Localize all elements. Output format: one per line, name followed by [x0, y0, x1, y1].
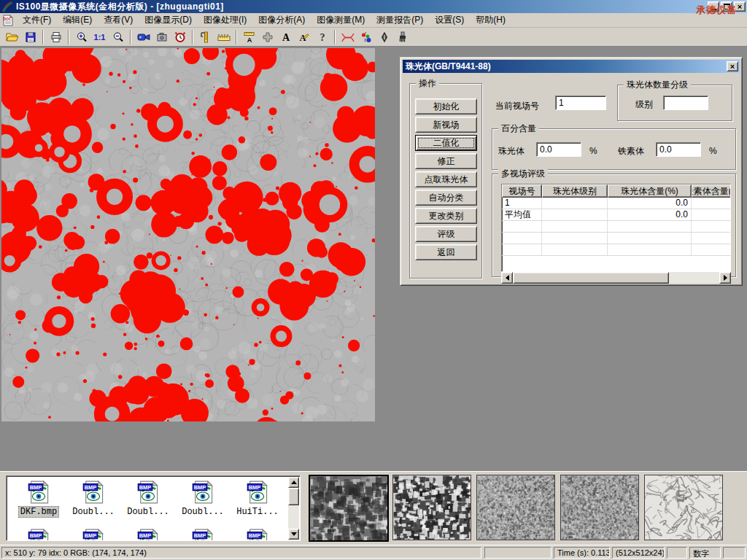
caliper-measure-button[interactable]: [196, 29, 214, 45]
text-edit-button[interactable]: A: [295, 29, 313, 45]
menu-item-3[interactable]: 查看(V): [98, 12, 139, 28]
vscroll-thumb[interactable]: [288, 488, 299, 505]
brush-tool-button[interactable]: [393, 29, 411, 45]
file-item-row2-4[interactable]: BMP: [177, 529, 229, 541]
thumbnail-3[interactable]: [476, 475, 555, 540]
file-item-row2-1[interactable]: BMP: [12, 529, 65, 541]
curve-tool-button[interactable]: [338, 29, 357, 45]
op-button-9[interactable]: 返回: [415, 244, 477, 260]
table-cell: [608, 221, 692, 232]
table-cell: [502, 221, 542, 232]
menu-item-8[interactable]: 测量报告(P): [371, 12, 429, 28]
thumbnail-5[interactable]: [644, 475, 723, 540]
level-input[interactable]: [663, 96, 708, 110]
menu-item-1[interactable]: 文件(F): [17, 12, 57, 28]
hscroll-right-button[interactable]: [719, 272, 731, 284]
op-button-1[interactable]: 初始化: [415, 98, 477, 114]
file-name: Doubl...: [67, 506, 120, 517]
dialog-title: 珠光体(GB/T9441-88): [406, 61, 491, 73]
colored-balls-icon: 3: [360, 31, 372, 43]
table-row-2[interactable]: 平均值0.0: [502, 209, 730, 221]
save-button[interactable]: [21, 29, 39, 45]
zoom-out-button[interactable]: [109, 29, 127, 45]
vscroll-down-button[interactable]: [288, 529, 299, 540]
down-arrow-icon: [291, 532, 297, 539]
svg-text:BMP: BMP: [139, 532, 152, 539]
save-floppy-icon: [25, 31, 36, 43]
menu-item-6[interactable]: 图像分析(A): [252, 12, 311, 28]
file-name-label: DKF.bmp: [18, 506, 59, 518]
table-row-3[interactable]: [502, 221, 730, 233]
minimize-button[interactable]: [708, 1, 719, 12]
column-header-4[interactable]: 铁素体含量(%): [692, 184, 731, 198]
vscroll-up-button[interactable]: [288, 477, 299, 488]
pen-tool-button[interactable]: [375, 29, 393, 45]
camera-capture-button[interactable]: [152, 29, 171, 45]
menu-item-9[interactable]: 设置(S): [429, 12, 470, 28]
open-file-button[interactable]: [3, 29, 21, 45]
op-button-4[interactable]: 修正: [415, 153, 477, 169]
column-header-1[interactable]: 视场号: [502, 184, 542, 198]
file-list[interactable]: BMPDKF.bmpBMPDoubl...BMPDoubl...BMPDoubl…: [6, 475, 301, 541]
text-annotation-button[interactable]: A: [276, 29, 295, 45]
file-item-row2-3[interactable]: BMP: [122, 529, 174, 541]
ruler-measure-button[interactable]: [214, 29, 233, 45]
dialog-close-button[interactable]: ×: [727, 61, 738, 71]
ferrite-percent-input[interactable]: [656, 142, 701, 157]
timer-button[interactable]: [171, 29, 189, 45]
brush-icon: [398, 31, 408, 43]
red-curves-icon: [341, 31, 355, 43]
file-item-3[interactable]: BMPDoubl...: [122, 481, 174, 517]
menu-item-5[interactable]: 图像处理(I): [198, 12, 252, 28]
column-header-2[interactable]: 珠光体级别: [542, 184, 608, 198]
app-logo-icon: [1, 1, 13, 12]
column-header-3[interactable]: 珠光体含量(%): [608, 184, 692, 198]
hscroll-left-button[interactable]: [501, 272, 513, 284]
file-item-2[interactable]: BMPDoubl...: [67, 481, 120, 517]
pearlite-percent-input[interactable]: [536, 142, 581, 157]
file-item-row2-2[interactable]: BMP: [67, 529, 120, 541]
thumbnail-1[interactable]: [309, 475, 389, 542]
op-button-8[interactable]: 评级: [415, 226, 477, 242]
rating-table-hscrollbar[interactable]: [501, 272, 731, 284]
menu-item-2[interactable]: 编辑(E): [57, 12, 98, 28]
video-capture-button[interactable]: [134, 29, 152, 45]
op-button-3[interactable]: 二值化: [415, 135, 477, 151]
file-item-5[interactable]: BMPHuiTi...: [231, 481, 284, 517]
file-item-1[interactable]: BMPDKF.bmp: [12, 481, 65, 518]
op-button-5[interactable]: 点取珠光体: [415, 171, 477, 187]
table-row-1[interactable]: 10.0: [502, 198, 730, 209]
menu-item-4[interactable]: 图像显示(D): [139, 12, 198, 28]
thumbnail-2[interactable]: [392, 475, 471, 540]
print-button[interactable]: [47, 29, 65, 45]
text-measure-button[interactable]: A: [240, 29, 258, 45]
table-cell: [692, 198, 731, 209]
op-button-6[interactable]: 自动分类: [415, 190, 477, 206]
maximize-button[interactable]: [721, 1, 732, 12]
bmp-file-icon: BMP: [192, 481, 214, 504]
document-system-menu-icon[interactable]: DOC: [2, 15, 14, 26]
close-button[interactable]: ×: [734, 1, 746, 12]
current-field-input[interactable]: [555, 96, 606, 110]
phase-color-button[interactable]: 3: [357, 29, 375, 45]
hscroll-thumb[interactable]: [513, 272, 669, 284]
metallographic-image[interactable]: [1, 48, 375, 421]
op-button-2[interactable]: 新视场: [415, 117, 477, 133]
table-row-4[interactable]: [502, 233, 730, 244]
thumbnail-4[interactable]: [560, 475, 639, 540]
rating-table-header: 视场号珠光体级别珠光体含量(%)铁素体含量(%): [502, 184, 730, 198]
op-button-7[interactable]: 更改类别: [415, 208, 477, 224]
zoom-in-button[interactable]: [72, 29, 90, 45]
bmp-file-icon: BMP: [82, 529, 104, 541]
file-item-row2-5[interactable]: BMP: [231, 529, 284, 541]
menu-item-10[interactable]: 帮助(H): [470, 12, 511, 28]
table-row-5[interactable]: [502, 244, 730, 256]
actual-size-button[interactable]: 1:1: [90, 29, 109, 45]
bmp-file-icon: BMP: [137, 529, 159, 541]
menu-item-7[interactable]: 图像测量(M): [311, 12, 371, 28]
help-button[interactable]: ?: [313, 29, 331, 45]
grid-tool-button[interactable]: [258, 29, 276, 45]
file-list-vscrollbar[interactable]: [288, 477, 299, 540]
file-item-4[interactable]: BMPDoubl...: [177, 481, 229, 517]
file-browser-bar: BMPDKF.bmpBMPDoubl...BMPDoubl...BMPDoubl…: [0, 471, 747, 545]
